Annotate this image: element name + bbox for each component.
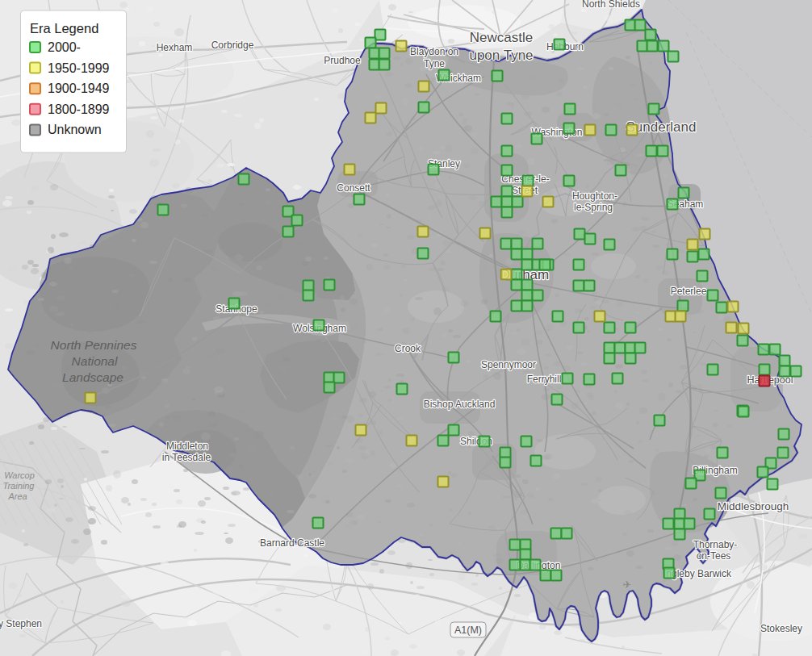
svg-text:1800-1899: 1800-1899 — [48, 102, 110, 116]
svg-text:Corbridge: Corbridge — [211, 40, 254, 51]
svg-text:Spennymoor: Spennymoor — [481, 359, 536, 370]
svg-text:National: National — [72, 354, 118, 368]
svg-text:on-Tees: on-Tees — [697, 550, 731, 562]
svg-text:North Pennines: North Pennines — [51, 338, 137, 352]
svg-text:North Shields: North Shields — [582, 0, 640, 10]
svg-text:Newcastle: Newcastle — [470, 30, 533, 45]
svg-text:Unknown: Unknown — [48, 123, 102, 136]
svg-text:le-Spring: le-Spring — [574, 202, 613, 213]
svg-text:Blaydon on: Blaydon on — [410, 46, 458, 57]
svg-text:Area: Area — [7, 491, 27, 501]
svg-text:Tyne: Tyne — [424, 58, 445, 69]
svg-text:Hexham: Hexham — [157, 42, 193, 53]
svg-text:2000-: 2000- — [48, 40, 81, 54]
svg-text:Houghton-: Houghton- — [572, 190, 617, 202]
svg-text:✈: ✈ — [623, 579, 632, 591]
svg-text:Bishop Auckland: Bishop Auckland — [424, 399, 496, 410]
svg-text:Warcop: Warcop — [4, 470, 35, 480]
svg-text:A1(M): A1(M) — [454, 625, 482, 636]
svg-text:Stokesley: Stokesley — [760, 623, 802, 634]
svg-text:Prudhoe: Prudhoe — [324, 55, 361, 66]
svg-text:upon Tyne: upon Tyne — [469, 48, 533, 63]
svg-text:Training: Training — [3, 481, 36, 491]
svg-text:Era Legend: Era Legend — [30, 21, 98, 36]
svg-text:y Stephen: y Stephen — [0, 618, 42, 629]
svg-text:Middlesbrough: Middlesbrough — [718, 500, 789, 512]
svg-text:in Teesdale: in Teesdale — [162, 452, 211, 463]
svg-text:1950-1999: 1950-1999 — [48, 61, 110, 75]
svg-text:Barnard Castle: Barnard Castle — [260, 537, 324, 549]
svg-text:Consett: Consett — [337, 182, 370, 194]
svg-text:1900-1949: 1900-1949 — [48, 81, 110, 95]
svg-text:Thornaby-: Thornaby- — [693, 539, 738, 550]
svg-text:Landscape: Landscape — [62, 370, 123, 384]
svg-text:Ferryhill: Ferryhill — [527, 374, 562, 385]
svg-text:Crook: Crook — [395, 343, 421, 354]
svg-text:Middleton: Middleton — [166, 441, 208, 452]
svg-text:Peterlee: Peterlee — [671, 286, 707, 297]
